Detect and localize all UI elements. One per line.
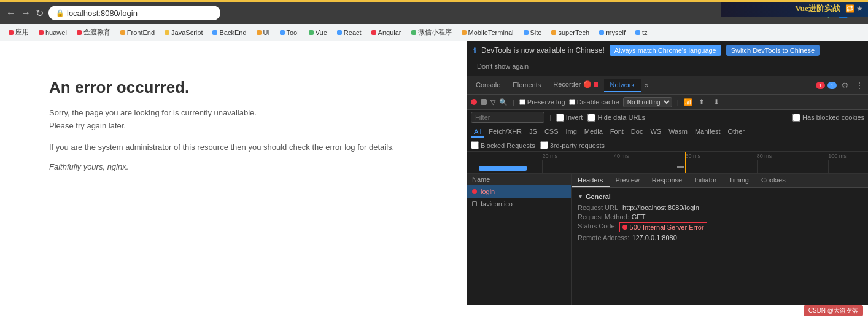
nginx-error-page: An error occurred. Sorry, the page you a… [0,41,467,305]
tab-icons: 1 1 ⚙ ⋮ [816,80,866,91]
tl-ruler-4 [757,160,758,173]
bookmark-label: React [344,29,362,36]
bookmark-react[interactable]: React [333,28,365,37]
bookmark-label: huawei [45,29,67,36]
switch-chinese-button[interactable]: Switch DevTools to Chinese [726,45,820,56]
disable-cache-label[interactable]: Disable cache [569,98,619,106]
type-wasm[interactable]: Wasm [665,127,691,138]
bookmark-vue[interactable]: Vue [305,28,331,37]
type-manifest[interactable]: Manifest [692,127,724,138]
filter-icon[interactable]: ▽ [490,98,495,106]
request-row-favicon[interactable]: favicon.ico [467,198,571,210]
bookmark-supertech[interactable]: superTech [548,28,593,37]
bookmark-ui[interactable]: UI [253,28,274,37]
has-blocked-cookies-checkbox[interactable] [792,114,800,122]
has-blocked-cookies-label[interactable]: Has blocked cookies [792,114,864,122]
blocked-requests-checkbox[interactable] [471,141,479,149]
type-fetch-xhr[interactable]: Fetch/XHR [486,127,525,138]
back-button[interactable]: ← [6,7,16,18]
settings-icon[interactable]: ⚙ [839,80,851,91]
file-icon [472,201,477,206]
nginx-para1-line2: Please try again later. [49,121,126,130]
devtools-timeline: 20 ms 40 ms 60 ms 80 ms 100 ms [467,152,868,174]
preserve-log-label[interactable]: Preserve log [519,98,565,106]
bookmark-icon [411,30,416,35]
bookmark-label: Vue [316,29,327,36]
detail-tab-cookies[interactable]: Cookies [755,174,792,187]
request-row-login[interactable]: login [467,185,571,198]
general-label: General [586,193,611,200]
type-other[interactable]: Other [724,127,748,138]
bookmark-huawei[interactable]: huawei [35,28,71,37]
top-right-text: Vue进阶实战 [795,3,840,14]
tl-dash-marker [677,166,684,168]
bookmark-label: superTech [558,29,589,36]
bookmark-icon [309,30,314,35]
bookmark-myself[interactable]: myself [595,28,629,37]
bookmark-icon [524,30,529,35]
remote-address-row: Remote Address: 127.0.0.1:8080 [578,234,862,241]
invert-label[interactable]: Invert [556,114,583,122]
bookmark-tool[interactable]: Tool [276,28,303,37]
invert-checkbox[interactable] [556,114,564,122]
sep2: | [677,98,679,106]
type-img[interactable]: Img [563,127,580,138]
tab-console[interactable]: Console [470,79,506,92]
bookmark-icon [120,30,125,35]
type-font[interactable]: Font [607,127,627,138]
more-options-icon[interactable]: ⋮ [853,80,866,91]
detail-tab-timing[interactable]: Timing [723,174,755,187]
type-css[interactable]: CSS [541,127,562,138]
type-ws[interactable]: WS [647,127,664,138]
bookmark-backend[interactable]: BackEnd [209,28,250,37]
type-js[interactable]: JS [526,127,540,138]
search-icon[interactable]: 🔍 [499,98,508,106]
wifi-icon: 📶 [684,98,692,106]
hide-data-urls-checkbox[interactable] [587,114,595,122]
forward-button[interactable]: → [21,7,31,18]
bookmark-tz[interactable]: tz [632,28,651,37]
tab-recorder[interactable]: Recorder 🔴 [547,78,603,92]
bookmark-label: FrontEnd [127,29,155,36]
refresh-button[interactable]: ↻ [36,7,44,19]
tab-elements[interactable]: Elements [506,79,547,92]
third-party-label[interactable]: 3rd-party requests [540,141,605,149]
request-name-favicon: favicon.ico [481,200,513,208]
disable-cache-checkbox[interactable] [569,99,575,105]
bookmark-javascript[interactable]: JavaScript [161,28,206,37]
details-panel: Headers Preview Response Initiator Timin… [572,174,868,305]
dont-show-button[interactable]: Don't show again [473,61,532,72]
hide-data-urls-label[interactable]: Hide data URLs [587,114,645,122]
detail-tab-headers[interactable]: Headers [572,174,610,187]
bookmark-apps[interactable]: 应用 [5,26,33,38]
request-url-label: Request URL: [578,204,620,211]
type-media[interactable]: Media [581,127,606,138]
bookmark-jinjiao[interactable]: 金渡教育 [73,26,114,38]
bookmark-wechat[interactable]: 微信小程序 [408,26,455,38]
record-button[interactable] [471,99,477,105]
tab-network[interactable]: Network [604,79,641,92]
preserve-log-checkbox[interactable] [519,99,525,105]
bookmark-angular[interactable]: Angular [368,28,405,37]
tab-more[interactable]: » [641,79,653,92]
bookmark-frontend[interactable]: FrontEnd [117,28,158,37]
match-language-button[interactable]: Always match Chrome's language [610,45,721,56]
bookmark-icon [39,30,44,35]
bookmark-site[interactable]: Site [520,28,546,37]
bookmark-label: BackEnd [219,29,246,36]
throttle-select[interactable]: No throttling [623,97,672,107]
stop-button[interactable] [481,99,487,105]
bookmark-mobile[interactable]: MobileTerminal [458,28,517,37]
third-party-checkbox[interactable] [540,141,548,149]
bookmark-icon [212,30,217,35]
type-doc[interactable]: Doc [628,127,646,138]
blocked-requests-label[interactable]: Blocked Requests [471,141,535,149]
detail-tab-preview[interactable]: Preview [610,174,646,187]
filter-input[interactable] [471,112,544,123]
bookmark-label: 微信小程序 [418,28,452,37]
address-input[interactable]: 🔒 localhost:8080/login [48,6,220,20]
sep1: | [513,98,514,106]
detail-tab-response[interactable]: Response [646,174,689,187]
detail-tab-initiator[interactable]: Initiator [688,174,723,187]
type-all[interactable]: All [471,127,484,138]
